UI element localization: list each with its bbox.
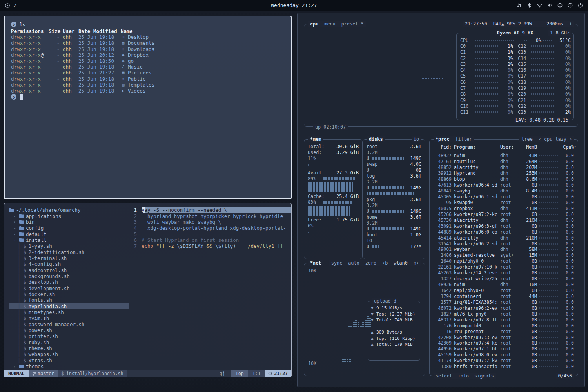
volume-icon[interactable] — [547, 2, 553, 8]
network-icon[interactable] — [557, 2, 563, 8]
col-mem[interactable]: MemB — [521, 144, 537, 150]
process-row[interactable]: 45159kworker/u98:0-ev root0B 0.0 — [430, 352, 578, 358]
net-mode-zero[interactable]: zero — [365, 260, 376, 266]
tree-file-2-identification.sh[interactable]: │ $ 2-identification.sh — [9, 249, 129, 255]
process-row[interactable]: 1642napi/phy0-0 root0B 0.0 — [430, 288, 578, 294]
signals-button[interactable]: signals — [474, 373, 494, 379]
sort-mode[interactable]: ‹ cpu lazy › — [539, 136, 572, 142]
workspace-number[interactable]: 2 — [13, 2, 16, 8]
info-button[interactable]: info — [458, 373, 469, 379]
proc-box-label[interactable]: *proc — [436, 136, 450, 142]
tree-toggle[interactable]: tree — [521, 136, 532, 142]
mem-box-label[interactable]: *mem — [310, 136, 321, 142]
file-tree[interactable]: ~/.local/share/omarchy ▸ applications ▸ … — [4, 203, 129, 370]
tree-dir-bin[interactable]: ▸ bin — [9, 219, 129, 225]
process-row[interactable]: 1486systemd-resolve syst+15M 0.0 — [430, 252, 578, 258]
col-program[interactable]: Program: — [454, 144, 498, 150]
process-row[interactable]: 1794containerd root44M 0.0 — [430, 294, 578, 299]
info-icon[interactable] — [567, 2, 573, 8]
process-row[interactable]: 48317kworker/u97:8-fl root0B 0.0 — [430, 317, 578, 323]
tree-file-theme.sh[interactable]: │ $ theme.sh — [9, 345, 129, 351]
interval-plus-button[interactable]: + — [569, 21, 572, 27]
tree-dir-applications[interactable]: ▸ applications — [9, 213, 129, 219]
process-row[interactable]: 43091kworker/u96:3-gf root0B 0.0 — [430, 223, 578, 229]
process-row[interactable]: 45263kworker/14:2-eve root0B 0.0 — [430, 270, 578, 276]
net-box-label[interactable]: *net — [310, 260, 321, 266]
editor-window[interactable]: ~/.local/share/omarchy ▸ applications ▸ … — [4, 203, 292, 377]
tree-file-docker.sh[interactable]: │ $ docker.sh — [9, 291, 129, 297]
tree-file-development.sh[interactable]: │ $ development.sh — [9, 285, 129, 291]
process-row[interactable]: 45730alacritty dhh210M 0.0 — [430, 217, 578, 223]
process-row[interactable]: 176kcompactd0 root0B 0.0 — [430, 323, 578, 328]
col-pid[interactable]: Pid: — [434, 144, 452, 150]
process-row[interactable]: 41174kworker/u97:7-kv root0B 0.0 — [430, 358, 578, 364]
process-row[interactable]: 1827mt76-tx phy0 root0B 0.0 — [430, 311, 578, 317]
process-row[interactable]: 45305kworker/u96:1-sd root0B 0.0 — [430, 194, 578, 200]
tree-file-asdcontrol.sh[interactable]: │ $ asdcontrol.sh — [9, 267, 129, 273]
process-row[interactable]: 49001waybar dhh58M 0.0 — [430, 247, 578, 252]
io-toggle[interactable]: io — [414, 136, 419, 142]
tree-file-4-config.sh[interactable]: │ $ 4-config.sh — [9, 261, 129, 267]
process-row[interactable]: 48852alacritty dhh207M 0.0 — [430, 165, 578, 171]
disks-box-label[interactable]: disks — [369, 136, 383, 142]
preset-button[interactable]: preset * — [341, 21, 364, 27]
tree-file-hyprlandia.sh[interactable]: │ $ hyprlandia.sh — [9, 303, 129, 309]
net-mode-sync[interactable]: sync — [331, 260, 342, 266]
col-cpu[interactable]: Cpu% — [561, 144, 574, 150]
process-row[interactable]: 39912Hyprland dhh253M 0.0 — [430, 171, 578, 176]
process-row[interactable]: 16rcu_preempt root0B 0.0 — [430, 328, 578, 334]
process-row[interactable]: 47161nautilus dhh264M 0.0 — [430, 159, 578, 165]
tree-file-xtras.sh[interactable]: │ $ xtras.sh — [9, 358, 129, 363]
process-row[interactable]: 45414alacritty dhh210M 0.0 — [430, 235, 578, 241]
menu-button[interactable]: menu — [324, 21, 335, 27]
process-row[interactable]: 40075dropbox dhh413M 0.0 — [430, 205, 578, 211]
process-row[interactable]: 46072kworker/u96:2-ev root0B 0.0 — [430, 305, 578, 311]
tree-file-fonts.sh[interactable]: │ $ fonts.sh — [9, 297, 129, 303]
tree-file-printer.sh[interactable]: │ $ printer.sh — [9, 333, 129, 339]
launcher-icon[interactable] — [5, 3, 10, 8]
process-list[interactable]: 48927nvim dhh43M 0.0 47161nautilus dhh26… — [430, 153, 578, 372]
net-mode-auto[interactable]: auto — [348, 260, 359, 266]
process-row[interactable]: 48869btop dhh8.6M 0.0 — [430, 176, 578, 182]
btop-window[interactable]: cpu menu preset * 21:27:50 BAT▲ 98% 2.89… — [297, 13, 585, 387]
bluetooth-icon[interactable] — [526, 2, 532, 8]
tree-file-power.sh[interactable]: │ $ power.sh — [9, 327, 129, 333]
process-row[interactable]: 31541kworker/u96:2-sd root0B 0.0 — [430, 241, 578, 247]
net-iface-next[interactable]: n› — [414, 260, 419, 266]
power-icon[interactable] — [577, 2, 583, 8]
prompt-line-2[interactable]: ❯ — [11, 94, 285, 100]
process-row[interactable]: 1640napi/phy0-0 root0B 0.0 — [430, 258, 578, 264]
tree-file-3-terminal.sh[interactable]: │ $ 3-terminal.sh — [9, 255, 129, 261]
tree-file-1-yay.sh[interactable]: │ $ 1-yay.sh — [9, 243, 129, 249]
process-row[interactable]: 42309kworker/u97:4-kc root0B 0.0 — [430, 340, 578, 346]
terminal-window[interactable]: ❯ ls Permissions Size User Date Modified… — [4, 16, 292, 199]
wifi-icon[interactable] — [537, 2, 543, 8]
col-user[interactable]: User: — [500, 144, 519, 150]
tree-file-mimetypes.sh[interactable]: │ $ mimetypes.sh — [9, 309, 129, 315]
tree-dir-config[interactable]: ▸ config — [9, 225, 129, 231]
tree-dir-default[interactable]: ▸ default — [9, 231, 129, 237]
process-row[interactable]: 44956kworker/u97:1-bt root0B 0.0 — [430, 346, 578, 352]
interval-minus-button[interactable]: - — [538, 21, 541, 27]
tree-file-ruby.sh[interactable]: │ $ ruby.sh — [9, 339, 129, 345]
process-row[interactable]: 22161kworker/u97:10-k root0B 0.0 — [430, 264, 578, 270]
updates-icon[interactable] — [516, 2, 522, 8]
tree-dir-themes[interactable]: ▸ themes — [9, 363, 129, 369]
net-iface-prev[interactable]: ‹b — [382, 260, 388, 266]
process-row[interactable]: 42208kworker/u97:3-ev root0B 0.0 — [430, 334, 578, 340]
process-row[interactable]: 45266kworker/u97:2-kc root0B 0.0 — [430, 211, 578, 217]
process-row[interactable]: 195kswapd0 root0B 0.0 — [430, 200, 578, 206]
process-row[interactable]: 1327dmcrypt_write/25 root0B 0.0 — [430, 276, 578, 282]
tree-file-backgrounds.sh[interactable]: │ $ backgrounds.sh — [9, 273, 129, 279]
select-button[interactable]: select — [436, 373, 452, 379]
tree-file-password-manager.sh[interactable]: │ $ password-manager.sh — [9, 321, 129, 327]
tree-file-desktop.sh[interactable]: │ $ desktop.sh — [9, 279, 129, 285]
process-row[interactable]: 48927nvim dhh43M 0.0 — [430, 153, 578, 159]
tree-dir-install[interactable]: ▾ install — [9, 237, 129, 243]
process-row[interactable]: 1577irq/81-PIXA3854: root0B 0.0 — [430, 299, 578, 305]
process-row[interactable]: 1380btrfs-transactio root0B 0.0 — [430, 364, 578, 370]
tree-file-nvim.sh[interactable]: │ $ nvim.sh — [9, 315, 129, 321]
sort-direction-icon[interactable]: ↑ — [574, 145, 576, 149]
process-row[interactable]: 48926nvim dhh10M 0.0 — [430, 282, 578, 288]
process-row[interactable]: 44889kworker/u96:0-co root0B 0.0 — [430, 229, 578, 235]
